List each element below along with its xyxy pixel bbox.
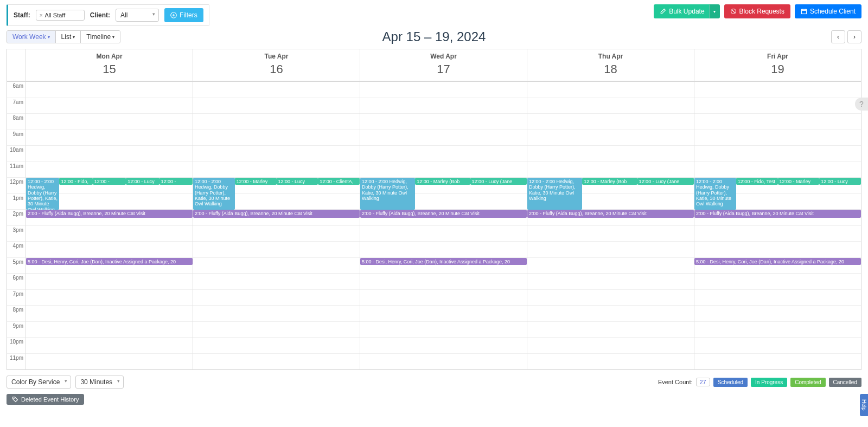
day-header: Tue Apr16 [193, 49, 360, 81]
calendar-event[interactable]: 12:00 - Lucy (Jane Dee), Kat [470, 178, 527, 185]
calendar-event[interactable]: 12:00 - 2:00 Hedwig, Dobby (Harry Potter… [193, 178, 235, 210]
next-week-button[interactable]: › [847, 30, 861, 43]
calendar-event[interactable]: 5:00 - Desi, Henry, Cori, Joe (Dan), Ina… [694, 258, 861, 265]
day-header: Fri Apr19 [694, 49, 861, 81]
tag-icon [12, 396, 18, 403]
time-label: 7pm [7, 290, 25, 306]
time-label: 5pm [7, 258, 25, 274]
calendar-event[interactable]: 12:00 - ClientA, K [159, 178, 193, 185]
calendar-event[interactable]: 2:00 - Fluffy (Aida Bugg), Breanne, 20 M… [26, 210, 193, 218]
bulk-update-button[interactable]: Bulk Update [654, 4, 710, 18]
block-icon [730, 8, 737, 15]
time-label: 10pm [7, 338, 25, 354]
calendar-event[interactable]: 2:00 - Fluffy (Aida Bugg), Breanne, 20 M… [527, 210, 694, 218]
date-range-title: Apr 15 – 19, 2024 [382, 29, 486, 44]
help-tab[interactable]: Help [860, 394, 868, 411]
time-label: 11pm [7, 354, 25, 370]
legend-in-progress[interactable]: In Progress [751, 378, 787, 387]
day-header: Mon Apr15 [25, 49, 193, 81]
time-label: 8am [7, 114, 25, 130]
calendar-event[interactable]: 12:00 - Lucy (Jane Dee), Kati [637, 178, 694, 185]
calendar-event[interactable]: 12:00 - Marley (Bob Bones), I [582, 178, 637, 185]
time-label: 9am [7, 130, 25, 146]
time-label: 3pm [7, 226, 25, 242]
calendar-event[interactable]: 5:00 - Desi, Henry, Cori, Joe (Dan), Ina… [360, 258, 527, 265]
edit-icon [660, 8, 666, 15]
legend-completed[interactable]: Completed [790, 378, 825, 387]
time-label: 11am [7, 162, 25, 178]
help-circle-icon[interactable]: ? [855, 98, 868, 111]
staff-filter[interactable]: ×All Staff [36, 10, 85, 21]
calendar-event[interactable]: 12:00 - Marley (Bob Bones), [415, 178, 470, 185]
caret-down-icon: ▾ [713, 9, 716, 14]
time-label: 10am [7, 146, 25, 162]
calendar-event[interactable]: 12:00 - Fido, Test [59, 178, 92, 185]
time-label: 4pm [7, 242, 25, 258]
legend-scheduled[interactable]: Scheduled [713, 378, 748, 387]
prev-week-button[interactable]: ‹ [831, 30, 845, 43]
calendar-event[interactable]: 2:00 - Fluffy (Aida Bugg), Breanne, 20 M… [694, 210, 861, 218]
client-label: Client: [90, 11, 110, 19]
plus-circle-icon [170, 12, 177, 18]
calendar-event[interactable]: 12:00 - Fido, Test Pet, I [736, 178, 778, 185]
filter-box: Staff: ×All Staff Client: All Filters [7, 4, 209, 26]
calendar-event[interactable]: 12:00 - ClientA, Inact [318, 178, 360, 185]
time-label: 2pm [7, 210, 25, 226]
client-filter[interactable]: All [116, 9, 159, 22]
time-label: 12pm [7, 178, 25, 194]
calendar-icon [801, 8, 807, 15]
day-header: Wed Apr17 [360, 49, 527, 81]
calendar-event[interactable]: 12:00 - Lucy (Jan [126, 178, 159, 185]
time-label: 8pm [7, 306, 25, 322]
time-label: 7am [7, 98, 25, 114]
svg-point-3 [14, 398, 15, 399]
calendar-event[interactable]: 2:00 - Fluffy (Aida Bugg), Breanne, 20 M… [193, 210, 360, 218]
calendar-event[interactable]: 12:00 - 2:00 Hedwig, Dobby (Harry Potter… [360, 178, 415, 210]
calendar-event[interactable]: 12:00 - 2:00 Hedwig, Dobby (Harry Potter… [527, 178, 582, 210]
bulk-update-dropdown[interactable]: ▾ [709, 4, 720, 18]
schedule-client-button[interactable]: Schedule Client [795, 4, 861, 18]
calendar-event[interactable]: 12:00 - Marley (Bob B [778, 178, 820, 185]
duration-select[interactable]: 30 Minutes [75, 376, 124, 389]
calendar-event[interactable]: 12:00 - Lucy (Jane D [277, 178, 318, 185]
color-by-select[interactable]: Color By Service [7, 376, 71, 389]
day-header: Thu Apr18 [527, 49, 694, 81]
deleted-event-history-button[interactable]: Deleted Event History [7, 394, 84, 405]
event-count-label: Event Count: [658, 379, 693, 385]
calendar-event[interactable]: 12:00 - Marley (B [93, 178, 126, 185]
event-count: 27 [696, 378, 710, 386]
legend-cancelled[interactable]: Cancelled [829, 378, 861, 387]
filters-button[interactable]: Filters [164, 8, 203, 22]
time-label: 1pm [7, 194, 25, 210]
action-buttons: Bulk Update ▾ Block Requests Schedule Cl… [654, 4, 861, 18]
calendar-event[interactable]: 12:00 - Lucy (Jane D [819, 178, 861, 185]
remove-tag-icon[interactable]: × [40, 12, 43, 18]
calendar-event[interactable]: 2:00 - Fluffy (Aida Bugg), Breanne, 20 M… [360, 210, 527, 218]
block-requests-button[interactable]: Block Requests [724, 4, 790, 18]
calendar-event[interactable]: 12:00 - 2:00 Hedwig, Dobby (Harry Potter… [26, 178, 59, 210]
svg-rect-2 [801, 9, 806, 14]
calendar-event[interactable]: 5:00 - Desi, Henry, Cori, Joe (Dan), Ina… [26, 258, 193, 265]
time-label: 6pm [7, 274, 25, 290]
time-label: 6am [7, 82, 25, 98]
calendar-event[interactable]: 12:00 - Marley (Bob B [235, 178, 277, 185]
calendar-event[interactable]: 12:00 - 2:00 Hedwig, Dobby (Harry Potter… [694, 178, 736, 210]
staff-label: Staff: [14, 11, 30, 19]
time-label: 9pm [7, 322, 25, 338]
calendar-grid: Mon Apr15 Tue Apr16 Wed Apr17 Thu Apr18 … [7, 49, 861, 370]
